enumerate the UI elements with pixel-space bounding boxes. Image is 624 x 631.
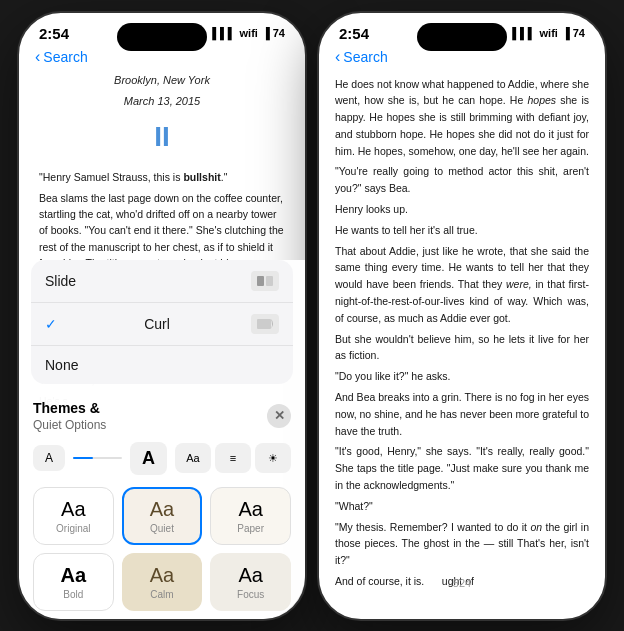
- font-slider-track[interactable]: [73, 457, 122, 459]
- chapter-number: II: [39, 115, 285, 160]
- dynamic-island-right: [417, 23, 507, 51]
- back-label-right: Search: [343, 49, 387, 65]
- back-button-left[interactable]: ‹ Search: [35, 48, 88, 66]
- svg-rect-2: [257, 319, 271, 329]
- themes-subtitle: Quiet Options: [33, 418, 106, 432]
- transition-options: Slide ✓ Curl None: [31, 260, 293, 384]
- themes-section-header: Themes & Quiet Options ✕: [19, 392, 305, 436]
- right-phone: 2:54 ▌▌▌ wifi ▐ 74 ‹ Search He does not …: [317, 11, 607, 621]
- battery-right: ▐ 74: [562, 27, 585, 39]
- book-date: March 13, 2015: [39, 93, 285, 111]
- theme-paper[interactable]: Aa Paper: [210, 487, 291, 545]
- curl-option[interactable]: ✓ Curl: [31, 303, 293, 346]
- signal-icon: ▌▌▌: [212, 27, 235, 39]
- back-label-left: Search: [43, 49, 87, 65]
- curl-icon: [251, 314, 279, 334]
- book-content-right: He does not know what happened to Addie,…: [319, 72, 605, 598]
- font-size-row: A A Aa ≡ ☀: [19, 436, 305, 481]
- wifi-icon-right: wifi: [540, 27, 558, 39]
- svg-rect-0: [257, 276, 264, 286]
- theme-calm[interactable]: Aa Calm: [122, 553, 203, 611]
- status-icons-left: ▌▌▌ wifi ▐ 74: [212, 27, 285, 39]
- none-option[interactable]: None: [31, 346, 293, 384]
- none-label: None: [45, 357, 78, 373]
- chevron-left-icon: ‹: [35, 48, 40, 66]
- themes-title: Themes &: [33, 400, 100, 416]
- book-title-section: Brooklyn, New York March 13, 2015 II: [39, 72, 285, 160]
- battery-icon: ▐ 74: [262, 27, 285, 39]
- time-left: 2:54: [39, 25, 69, 42]
- theme-grid: Aa Original Aa Quiet Aa Paper Aa Bold Aa: [19, 481, 305, 619]
- theme-original[interactable]: Aa Original: [33, 487, 114, 545]
- svg-rect-1: [266, 276, 273, 286]
- wifi-icon: wifi: [240, 27, 258, 39]
- signal-icon-right: ▌▌▌: [512, 27, 535, 39]
- format-buttons: Aa ≡ ☀: [175, 443, 291, 473]
- time-right: 2:54: [339, 25, 369, 42]
- dynamic-island: [117, 23, 207, 51]
- format-text-btn[interactable]: Aa: [175, 443, 211, 473]
- slide-option[interactable]: Slide: [31, 260, 293, 303]
- font-slider-fill: [73, 457, 93, 459]
- chevron-left-icon-right: ‹: [335, 48, 340, 66]
- theme-quiet[interactable]: Aa Quiet: [122, 487, 203, 545]
- back-button-right[interactable]: ‹ Search: [335, 48, 388, 66]
- format-align-btn[interactable]: ≡: [215, 443, 251, 473]
- status-icons-right: ▌▌▌ wifi ▐ 74: [512, 27, 585, 39]
- font-small-btn[interactable]: A: [33, 445, 65, 471]
- theme-bold[interactable]: Aa Bold: [33, 553, 114, 611]
- page-number: 524: [453, 577, 471, 589]
- curl-label: Curl: [144, 316, 170, 332]
- close-button[interactable]: ✕: [267, 404, 291, 428]
- left-phone: 2:54 ▌▌▌ wifi ▐ 74 ‹ Search Brooklyn, Ne…: [17, 11, 307, 621]
- format-brightness-btn[interactable]: ☀: [255, 443, 291, 473]
- curl-check: ✓: [45, 316, 57, 332]
- overlay-panel: Slide ✓ Curl None: [19, 260, 305, 619]
- slide-label: Slide: [45, 273, 76, 289]
- book-location: Brooklyn, New York: [39, 72, 285, 90]
- slide-icon: [251, 271, 279, 291]
- theme-focus[interactable]: Aa Focus: [210, 553, 291, 611]
- font-large-btn[interactable]: A: [130, 442, 167, 475]
